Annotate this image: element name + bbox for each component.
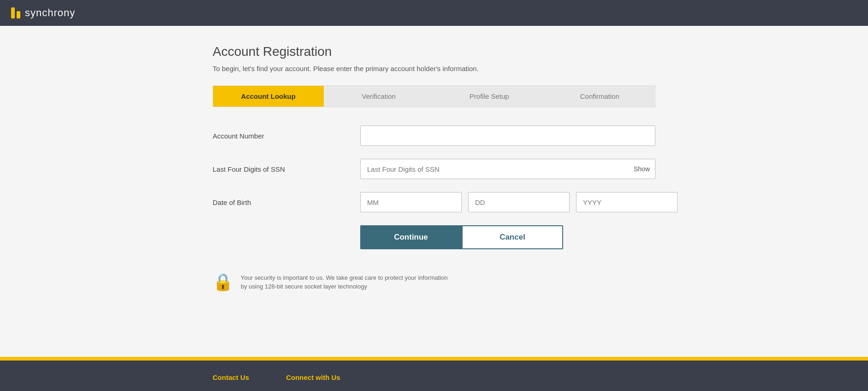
dob-input-wrapper bbox=[360, 192, 678, 212]
footer-connect: Connect with Us bbox=[286, 373, 340, 382]
account-number-label: Account Number bbox=[213, 132, 360, 140]
site-footer: Contact Us Connect with Us bbox=[0, 361, 868, 391]
step-profile-setup[interactable]: Profile Setup bbox=[434, 86, 545, 107]
step-account-lookup[interactable]: Account Lookup bbox=[213, 86, 324, 107]
button-row: Continue Cancel bbox=[360, 225, 655, 249]
step-confirmation[interactable]: Confirmation bbox=[545, 86, 655, 107]
cancel-button[interactable]: Cancel bbox=[462, 225, 563, 249]
page-title: Account Registration bbox=[213, 44, 655, 59]
ssn-row: Last Four Digits of SSN Show bbox=[213, 159, 655, 179]
ssn-label: Last Four Digits of SSN bbox=[213, 165, 360, 173]
logo-bar-tall bbox=[11, 7, 15, 18]
account-number-input-wrapper bbox=[360, 126, 655, 146]
ssn-wrapper: Show bbox=[360, 159, 655, 179]
dob-year-input[interactable] bbox=[576, 192, 678, 212]
registration-form: Account Number Last Four Digits of SSN S… bbox=[213, 126, 655, 296]
footer-contact-heading: Contact Us bbox=[213, 373, 249, 381]
dob-day-input[interactable] bbox=[468, 192, 570, 212]
footer-contact: Contact Us bbox=[213, 373, 249, 382]
footer-inner: Contact Us Connect with Us bbox=[203, 373, 665, 382]
logo-container: synchrony bbox=[11, 7, 75, 19]
steps-container: Account Lookup Verification Profile Setu… bbox=[213, 85, 655, 107]
lock-icon: 🔒 bbox=[213, 272, 233, 292]
logo-icon bbox=[11, 7, 20, 18]
ssn-show-button[interactable]: Show bbox=[634, 165, 650, 173]
dob-label: Date of Birth bbox=[213, 199, 360, 206]
ssn-input[interactable] bbox=[360, 159, 655, 179]
logo-text: synchrony bbox=[25, 7, 75, 19]
account-number-input[interactable] bbox=[360, 126, 655, 146]
security-text: Your security is important to us. We tak… bbox=[241, 273, 453, 291]
dob-inputs bbox=[360, 192, 678, 212]
dob-row: Date of Birth bbox=[213, 192, 655, 212]
site-header: synchrony bbox=[0, 0, 868, 26]
ssn-input-wrapper: Show bbox=[360, 159, 655, 179]
content-wrapper: Account Registration To begin, let's fin… bbox=[203, 44, 665, 315]
logo-bar-short bbox=[17, 11, 20, 18]
yellow-divider bbox=[0, 357, 868, 361]
continue-button[interactable]: Continue bbox=[360, 225, 462, 249]
page-subtitle: To begin, let's find your account. Pleas… bbox=[213, 65, 655, 72]
main-content: Account Registration To begin, let's fin… bbox=[0, 26, 868, 357]
step-verification[interactable]: Verification bbox=[324, 86, 434, 107]
footer-connect-heading: Connect with Us bbox=[286, 373, 340, 381]
account-number-row: Account Number bbox=[213, 126, 655, 146]
security-note: 🔒 Your security is important to us. We t… bbox=[213, 268, 655, 296]
dob-month-input[interactable] bbox=[360, 192, 462, 212]
